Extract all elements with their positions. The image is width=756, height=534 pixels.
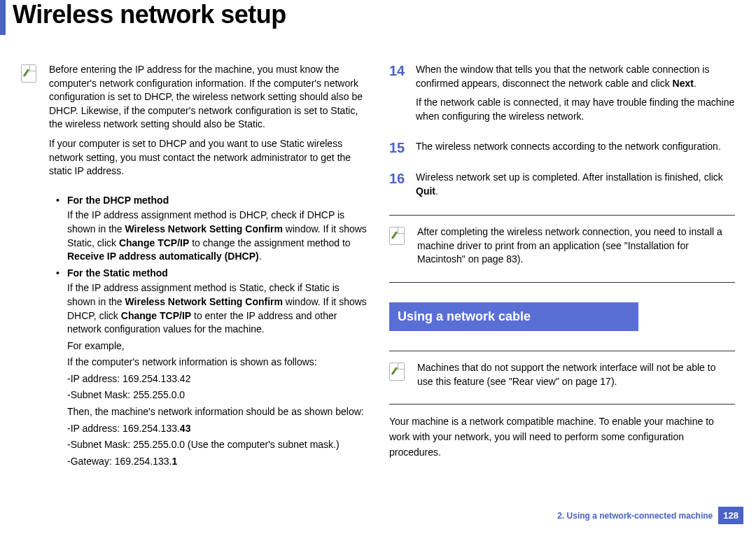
note-icon bbox=[21, 64, 36, 83]
step14-p2: If the network cable is connected, it ma… bbox=[416, 96, 735, 123]
divider bbox=[389, 351, 735, 351]
step-number: 14 bbox=[389, 63, 409, 129]
note-box-1: Before entering the IP address for the m… bbox=[21, 63, 367, 184]
note-box-2: After completing the wireless network co… bbox=[389, 225, 735, 272]
example-subnet: -Subnet Mask: 255.255.0.0 bbox=[67, 388, 367, 402]
step-16: 16 Wireless network set up is completed.… bbox=[389, 171, 735, 204]
note1-p1: Before entering the IP address for the m… bbox=[49, 63, 364, 132]
note2-text: After completing the wireless network co… bbox=[417, 225, 732, 267]
divider bbox=[389, 215, 735, 216]
example-then: Then, the machine's network information … bbox=[67, 405, 367, 419]
step-14: 14 When the window that tells you that t… bbox=[389, 63, 735, 129]
title-accent-bar bbox=[0, 0, 6, 35]
example-label: For example, bbox=[67, 339, 367, 353]
page-number: 128 bbox=[718, 507, 743, 524]
step-15: 15 The wireless network connects accordi… bbox=[389, 140, 735, 160]
step14-p1: When the window that tells you that the … bbox=[416, 63, 735, 90]
page-footer: 2. Using a network-connected machine 128 bbox=[557, 507, 743, 524]
example-intro: If the computer's network information is… bbox=[67, 356, 367, 370]
note1-p2: If your computer is set to DHCP and you … bbox=[49, 137, 364, 178]
right-column: 14 When the window that tells you that t… bbox=[389, 63, 735, 471]
example-ip: -IP address: 169.254.133.42 bbox=[67, 372, 367, 386]
static-heading: For the Static method bbox=[67, 267, 168, 281]
example-ip2: -IP address: 169.254.133.43 bbox=[67, 422, 367, 436]
dhcp-body: If the IP address assignment method is D… bbox=[67, 209, 367, 263]
step16-p: Wireless network set up is completed. Af… bbox=[416, 171, 735, 198]
bullet-mark: • bbox=[56, 194, 67, 208]
right-body-text: Your machine is a network compatible mac… bbox=[389, 414, 735, 460]
step15-p: The wireless network connects according … bbox=[416, 140, 721, 154]
note-icon bbox=[389, 227, 405, 245]
section-heading: Using a network cable bbox=[389, 302, 638, 331]
note3-text: Machines that do not support the network… bbox=[417, 361, 732, 388]
static-body: If the IP address assignment method is S… bbox=[67, 281, 367, 336]
footer-chapter: 2. Using a network-connected machine bbox=[557, 511, 713, 521]
example-gateway: -Gateway: 169.254.133.1 bbox=[67, 455, 367, 469]
left-column: Before entering the IP address for the m… bbox=[21, 63, 367, 471]
step-number: 15 bbox=[389, 140, 409, 160]
divider bbox=[389, 282, 735, 283]
step-number: 16 bbox=[389, 171, 409, 204]
bullet-mark: • bbox=[56, 267, 67, 281]
page-title: Wireless network setup bbox=[13, 0, 286, 29]
divider bbox=[389, 404, 735, 405]
note-box-3: Machines that do not support the network… bbox=[389, 361, 735, 394]
dhcp-heading: For the DHCP method bbox=[67, 194, 169, 208]
example-subnet2: -Subnet Mask: 255.255.0.0 (Use the compu… bbox=[67, 438, 367, 452]
note-icon bbox=[389, 363, 405, 381]
